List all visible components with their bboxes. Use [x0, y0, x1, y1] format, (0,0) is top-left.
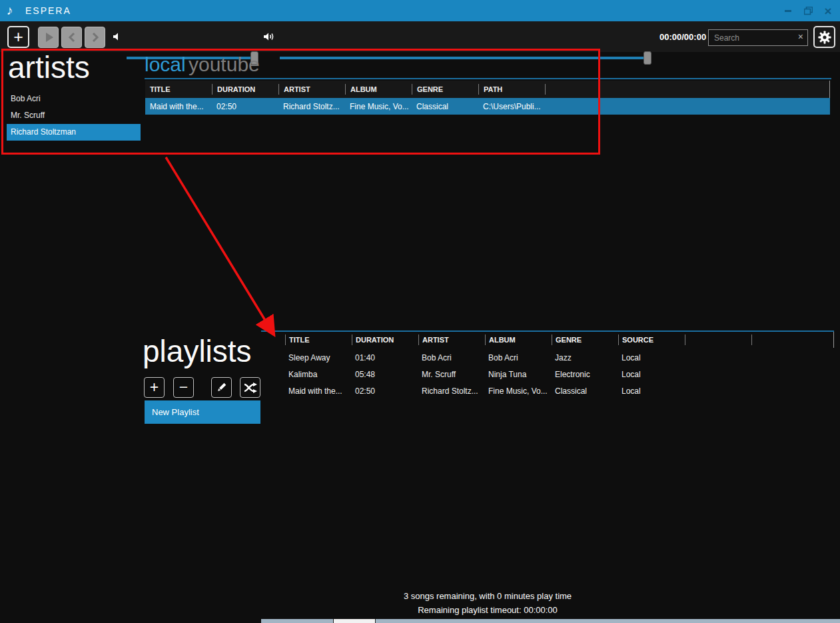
restore-icon	[804, 7, 813, 15]
column-header-empty	[545, 84, 829, 95]
cell-genre: Classical	[412, 102, 478, 111]
library-song-row[interactable]: Maid with the... 02:50 Richard Stoltz...…	[145, 98, 830, 115]
column-header-title[interactable]: TITLE	[145, 84, 212, 95]
next-button[interactable]	[85, 27, 105, 48]
shuffle-playlist-button[interactable]	[240, 377, 260, 398]
play-icon	[46, 33, 53, 42]
cell-album: Fine Music, Vo...	[345, 102, 412, 111]
playlist-table-header: TITLE DURATION ARTIST ALBUM GENRE SOURCE	[261, 332, 834, 348]
column-header-genre[interactable]: GENRE	[552, 334, 618, 345]
search-input[interactable]	[708, 29, 808, 46]
cell-source: Local	[618, 353, 685, 362]
shuffle-icon	[244, 382, 257, 393]
column-header-album[interactable]: ALBUM	[485, 334, 552, 345]
playlist-status: 3 songs remaining, with 0 minutes play t…	[135, 589, 840, 617]
plus-icon: +	[13, 27, 23, 47]
column-header-empty	[685, 334, 751, 345]
artist-item-richard-stoltzman[interactable]: Richard Stoltzman	[7, 124, 141, 141]
column-header-empty	[751, 334, 834, 345]
cell-path: C:\Users\Publi...	[478, 102, 545, 111]
cell-duration: 02:50	[212, 102, 278, 111]
cell-artist: Richard Stoltz...	[278, 102, 345, 111]
restore-button[interactable]	[800, 3, 816, 19]
cell-title: Kalimba	[285, 370, 352, 379]
playlist-song-row[interactable]: Kalimba 05:48 Mr. Scruff Ninja Tuna Elec…	[261, 366, 834, 382]
tab-youtube[interactable]: youtube	[189, 53, 260, 76]
time-display: 00:00/00:00	[659, 32, 706, 42]
minimize-icon	[785, 10, 791, 12]
window-title: ESPERA	[25, 5, 71, 16]
cell-artist: Bob Acri	[418, 353, 485, 362]
cell-title: Sleep Away	[285, 353, 352, 362]
search-box: ×	[708, 29, 808, 46]
cell-title: Maid with the...	[285, 386, 352, 396]
play-button[interactable]	[38, 27, 59, 48]
status-remaining-timeout: Remaining playlist timeout: 00:00:00	[135, 603, 840, 617]
pencil-icon	[216, 382, 227, 393]
plus-icon: +	[150, 378, 159, 396]
espera-window: ♪ ESPERA × +	[0, 0, 840, 623]
cell-album: Bob Acri	[485, 353, 552, 362]
column-header-duration[interactable]: DURATION	[212, 84, 278, 95]
cell-genre: Electronic	[552, 370, 618, 379]
settings-button[interactable]	[813, 26, 835, 48]
column-header-genre[interactable]: GENRE	[412, 84, 478, 95]
seek-slider-track[interactable]	[280, 57, 651, 59]
tab-local[interactable]: local	[145, 53, 186, 76]
gear-icon	[817, 30, 832, 45]
playlist-item-label: New Playlist	[152, 407, 199, 417]
clear-search-icon[interactable]: ×	[798, 32, 803, 41]
cell-duration: 02:50	[352, 386, 418, 396]
column-header-artist[interactable]: ARTIST	[278, 84, 345, 95]
title-bar: ♪ ESPERA ×	[0, 0, 840, 21]
playlists-heading: playlists	[143, 333, 252, 369]
cell-artist: Mr. Scruff	[418, 370, 485, 379]
column-header-source[interactable]: SOURCE	[618, 334, 685, 345]
playlist-song-row[interactable]: Sleep Away 01:40 Bob Acri Bob Acri Jazz …	[261, 349, 834, 366]
cell-album: Ninja Tuna	[485, 370, 552, 379]
toolbar: + 00:00/00:00 ×	[0, 21, 840, 52]
column-header-duration[interactable]: DURATION	[352, 334, 418, 345]
column-header-album[interactable]: ALBUM	[345, 84, 412, 95]
playlist-item-new-playlist[interactable]: New Playlist	[145, 400, 260, 424]
library-top-border	[145, 78, 831, 79]
artist-item-mr-scruff[interactable]: Mr. Scruff	[7, 107, 141, 124]
cell-duration: 05:48	[352, 370, 418, 379]
add-playlist-button[interactable]: +	[144, 377, 165, 398]
previous-icon	[67, 32, 77, 43]
cell-genre: Classical	[552, 386, 618, 396]
remove-playlist-button[interactable]: −	[173, 377, 194, 398]
playlist-song-row[interactable]: Maid with the... 02:50 Richard Stoltz...…	[261, 382, 834, 399]
cell-genre: Jazz	[552, 353, 618, 362]
volume-high-icon	[263, 32, 275, 41]
column-header-artist[interactable]: ARTIST	[418, 334, 485, 345]
edit-playlist-button[interactable]	[211, 377, 232, 398]
next-icon	[91, 32, 100, 43]
cell-source: Local	[618, 386, 685, 396]
cell-album: Fine Music, Vo...	[485, 386, 552, 396]
cell-source: Local	[618, 370, 685, 379]
close-button[interactable]: ×	[820, 3, 836, 19]
column-header-path[interactable]: PATH	[478, 84, 545, 95]
add-songs-button[interactable]: +	[7, 26, 29, 48]
volume-low-icon	[112, 32, 121, 41]
music-note-icon: ♪	[7, 3, 13, 18]
minimize-button[interactable]	[780, 3, 796, 19]
column-header-title[interactable]: TITLE	[285, 334, 352, 345]
minus-icon: −	[179, 378, 188, 396]
cell-duration: 01:40	[352, 353, 418, 362]
library-table-header: TITLE DURATION ARTIST ALBUM GENRE PATH	[145, 81, 830, 98]
seek-slider-thumb[interactable]	[643, 51, 651, 65]
artists-heading: artists	[8, 49, 90, 85]
status-remaining-songs: 3 songs remaining, with 0 minutes play t…	[135, 589, 840, 603]
cell-title: Maid with the...	[145, 102, 212, 111]
previous-button[interactable]	[61, 27, 82, 48]
cell-artist: Richard Stoltz...	[418, 386, 485, 396]
horizontal-scrollbar-thumb[interactable]	[333, 619, 376, 623]
artist-item-bob-acri[interactable]: Bob Acri	[7, 91, 141, 107]
window-controls: ×	[780, 0, 836, 21]
